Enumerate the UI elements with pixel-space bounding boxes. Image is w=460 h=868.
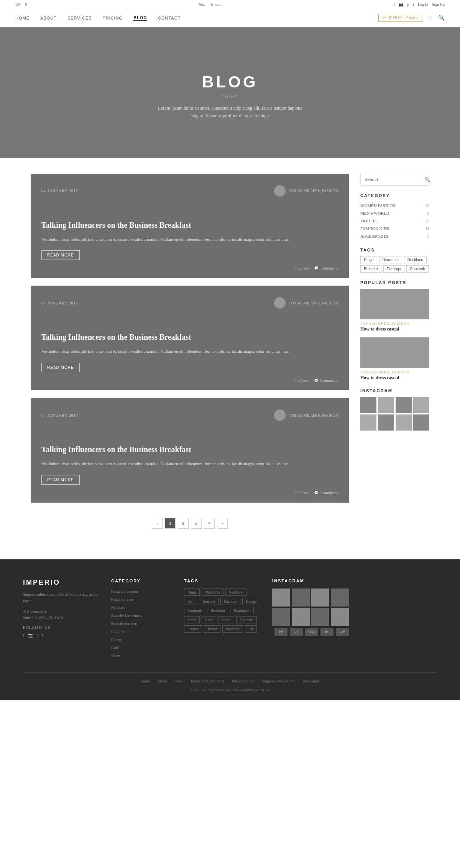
category-item[interactable]: ACCESSORIES 4 — [360, 232, 429, 240]
footer-category-link[interactable]: Necklace — [111, 605, 125, 610]
search-nav-icon[interactable]: 🔍 — [438, 15, 445, 21]
search-input[interactable] — [361, 174, 421, 184]
footer: IMPERIO Support online is available 24 h… — [0, 559, 460, 700]
footer-instagram-thumb[interactable] — [311, 589, 329, 607]
footer-tag[interactable]: Brand — [204, 625, 220, 633]
footer-instagram-thumb[interactable] — [331, 589, 349, 607]
footer-tag[interactable]: Kit — [245, 625, 257, 633]
instagram-thumb[interactable] — [360, 397, 376, 413]
footer-tag[interactable]: Platinum — [236, 616, 257, 623]
nav-contact[interactable]: CONTACT — [158, 16, 181, 20]
footer-instagram-thumb[interactable] — [292, 608, 310, 626]
nav-blog[interactable]: BLOG — [133, 15, 147, 21]
footer-instagram-thumb[interactable] — [311, 608, 329, 626]
nav-about[interactable]: ABOUT — [40, 16, 57, 20]
footer-terms-link[interactable]: Terms and Conditions — [190, 679, 224, 683]
footer-tag[interactable]: Bedroom — [207, 607, 228, 614]
footer-shop-link[interactable]: Shop — [175, 679, 183, 683]
login-link[interactable]: Log In — [418, 2, 428, 7]
twitter-icon[interactable]: t — [413, 2, 414, 7]
footer-facebook-icon[interactable]: f — [23, 633, 25, 638]
footer-twitter-icon[interactable]: t — [42, 633, 43, 638]
category-item[interactable]: WOMEN FASHION 12 — [360, 202, 429, 209]
footer-instagram-thumb[interactable] — [272, 589, 290, 607]
category-item[interactable]: MEN'S WORLD 9 — [360, 209, 429, 217]
footer-about-link[interactable]: About — [158, 679, 167, 683]
footer-tag[interactable]: Gold — [202, 616, 216, 623]
pinterest-icon[interactable]: p — [407, 2, 409, 7]
facebook-icon[interactable]: f — [394, 2, 395, 7]
nav-home[interactable]: HOME — [15, 16, 30, 20]
category-item[interactable]: FASHION KIDS 11 — [360, 225, 429, 232]
footer-category-link[interactable]: Gold — [111, 646, 119, 650]
footer-tag[interactable]: Diamants — [202, 589, 223, 596]
footer-category-link[interactable]: Bracelet for men — [111, 621, 137, 626]
footer-tag[interactable]: Design — [242, 598, 260, 605]
instagram-icon[interactable]: 📷 — [399, 2, 403, 7]
page-next-button[interactable]: › — [217, 518, 228, 529]
wishlist-icon[interactable]: ♡ — [428, 15, 433, 21]
instagram-thumb[interactable] — [396, 397, 412, 413]
page-3-button[interactable]: 3 — [191, 518, 202, 529]
page-2-button[interactable]: 2 — [178, 518, 189, 529]
footer-shipping-link[interactable]: Shipping and Returns — [262, 679, 295, 683]
instagram-thumb[interactable] — [396, 414, 412, 431]
footer-tag[interactable]: Bracelet — [199, 598, 219, 605]
instagram-thumb[interactable] — [360, 414, 376, 431]
footer-follow-label: FOLLOW US — [23, 625, 100, 630]
nav-services[interactable]: SERVICES — [67, 16, 92, 20]
read-more-button[interactable]: READ MORE — [41, 250, 80, 260]
read-more-button[interactable]: READ MORE — [41, 475, 80, 485]
signup-link[interactable]: Sign Up — [432, 2, 445, 7]
instagram-thumb[interactable] — [378, 397, 394, 413]
search-button[interactable]: 🔍 — [421, 174, 434, 185]
currency-selector[interactable]: $ — [25, 2, 27, 7]
category-name: ACCESSORIES — [360, 234, 388, 238]
footer-category-link[interactable]: Caring — [111, 638, 122, 642]
footer-privacy-link[interactable]: Privacy Policy — [232, 679, 254, 683]
page-1-button[interactable]: 1 — [165, 518, 176, 529]
footer-tag[interactable]: Gift — [184, 598, 197, 605]
instagram-thumb[interactable] — [413, 397, 429, 413]
footer-category-link[interactable]: Silver — [111, 654, 120, 658]
footer-tag[interactable]: Silver — [218, 616, 234, 623]
footer-tag[interactable]: Necklace — [225, 589, 246, 596]
page-prev-button[interactable]: ‹ — [152, 518, 163, 529]
footer-instagram-thumb[interactable] — [331, 608, 349, 626]
popular-post-item[interactable]: RONALD DREW, FASHION How to dress casual — [360, 289, 429, 332]
footer-category-link[interactable]: Bracelet for women — [111, 613, 141, 618]
footer-category-link[interactable]: Rings for men — [111, 597, 133, 602]
footer-home-link[interactable]: Home — [140, 679, 150, 683]
footer-tag[interactable]: Earrings — [220, 598, 240, 605]
read-more-button[interactable]: READ MORE — [41, 363, 80, 372]
category-item[interactable]: MODELS 22 — [360, 217, 429, 225]
instagram-thumb[interactable] — [413, 414, 429, 431]
tag-item[interactable]: Rings — [360, 256, 377, 263]
footer-category-link[interactable]: Rings for women — [111, 589, 138, 593]
language-selector[interactable]: EN — [15, 2, 20, 7]
page-4-button[interactable]: 4 — [204, 518, 215, 529]
tag-item[interactable]: Earrings — [383, 265, 404, 273]
footer-tag[interactable]: Stone — [184, 616, 200, 623]
footer-instagram-thumb[interactable] — [292, 589, 310, 607]
tag-item[interactable]: Coulomb — [406, 265, 429, 273]
footer-size-guide-link[interactable]: Size Guide — [303, 679, 320, 683]
footer-tag[interactable]: Handmade — [230, 607, 253, 614]
footer-category-link[interactable]: Coulomb — [111, 630, 125, 634]
nav-pricing[interactable]: PRICING — [102, 16, 123, 20]
footer-tag[interactable]: Coulomb — [184, 607, 205, 614]
footer-tag[interactable]: Rings — [184, 589, 200, 596]
instagram-thumb[interactable] — [378, 414, 394, 431]
footer-pinterest-icon[interactable]: p — [36, 633, 39, 638]
footer-instagram-icon[interactable]: 📷 — [28, 633, 33, 638]
popular-post-item[interactable]: RONALD DREW, FASHION How to dress casual — [360, 337, 429, 381]
footer-instagram-thumb[interactable] — [272, 608, 290, 626]
tag-item[interactable]: Necklace — [404, 256, 427, 263]
footer-tag[interactable]: Present — [184, 625, 202, 633]
visa-icon: VISA — [305, 628, 318, 636]
top-bar-center: Tel.: E-mail: — [198, 2, 223, 7]
tag-item[interactable]: Bracelet — [360, 265, 381, 273]
cart-button[interactable]: 🛍 $139.00 - 2 items — [378, 14, 422, 22]
footer-tag[interactable]: Wedding — [222, 625, 243, 633]
tag-item[interactable]: Diamants — [379, 256, 402, 263]
